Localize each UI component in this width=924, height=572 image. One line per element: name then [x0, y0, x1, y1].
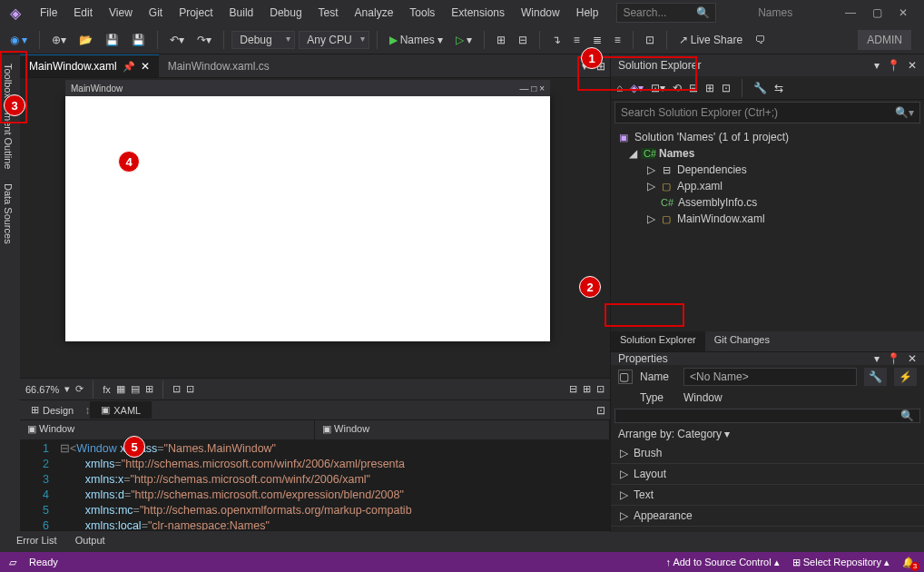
- nav-member-combo[interactable]: ▣ Window: [315, 420, 610, 439]
- tree-dependencies[interactable]: Dependencies: [677, 163, 747, 176]
- undo-button[interactable]: ↶▾: [165, 31, 189, 49]
- menu-project[interactable]: Project: [172, 3, 220, 23]
- left-side-tabs: Toolbox ment Outline Data Sources: [0, 54, 20, 550]
- open-button[interactable]: 📂: [74, 31, 97, 49]
- showall-icon[interactable]: ⊞: [705, 82, 714, 94]
- save-all-button[interactable]: 💾: [127, 31, 150, 49]
- back-icon[interactable]: ⊡: [722, 82, 731, 94]
- solution-tree[interactable]: ▣Solution 'Names' (1 of 1 project) ◢C#Na…: [611, 125, 924, 331]
- select-repository[interactable]: ⊞ Select Repository ▴: [792, 557, 890, 568]
- menu-file[interactable]: File: [33, 3, 64, 23]
- live-share-button[interactable]: ↗ Live Share: [674, 31, 747, 49]
- design-tab[interactable]: ⊞ Design: [20, 401, 84, 419]
- pane-pin-icon[interactable]: 📍: [887, 59, 900, 72]
- zoom-level[interactable]: 66.67%: [25, 384, 59, 395]
- tb-icon-5[interactable]: ≣: [588, 31, 606, 49]
- popout-icon[interactable]: ⊡: [592, 401, 610, 419]
- search-icon: 🔍▾: [895, 106, 914, 119]
- arrange-by[interactable]: Arrange by: Category ▾: [611, 425, 924, 443]
- menu-analyze[interactable]: Analyze: [348, 3, 401, 23]
- tab-git-changes[interactable]: Git Changes: [705, 331, 779, 351]
- tree-assemblyinfo[interactable]: AssemblyInfo.cs: [678, 196, 757, 209]
- window-title: Names: [718, 6, 832, 19]
- design-surface[interactable]: MainWindow — □ ×: [65, 96, 550, 341]
- callout-3: 3: [4, 94, 25, 116]
- tb-icon-6[interactable]: ≡: [610, 31, 625, 49]
- add-source-control[interactable]: ↑ Add to Source Control ▴: [665, 557, 779, 568]
- tree-app-xaml[interactable]: App.xaml: [677, 180, 722, 192]
- xaml-code-editor[interactable]: 123456 ⊟<Window x:Class="Names.MainWindo…: [20, 439, 610, 530]
- close-button[interactable]: ✕: [899, 6, 908, 19]
- tb-icon-3[interactable]: ↴: [547, 31, 565, 49]
- start-nodebug-button[interactable]: ▷▾: [451, 31, 477, 49]
- minimize-button[interactable]: —: [845, 6, 856, 19]
- grid-icon[interactable]: ▦: [116, 383, 125, 395]
- tb-icon-7[interactable]: ⊡: [641, 31, 659, 49]
- design-window-titlebar: MainWindow — □ ×: [65, 80, 550, 96]
- cat-text[interactable]: ▷Text: [611, 485, 924, 506]
- wrench-icon[interactable]: 🔧: [864, 368, 887, 386]
- menu-view[interactable]: View: [102, 3, 140, 23]
- designer-canvas-area[interactable]: MainWindow — □ ×: [20, 78, 610, 378]
- project-node[interactable]: Names: [659, 147, 694, 160]
- maximize-button[interactable]: ▢: [872, 6, 882, 19]
- snap-icon[interactable]: ▤: [131, 383, 140, 395]
- menu-build[interactable]: Build: [222, 3, 261, 23]
- menu-extensions[interactable]: Extensions: [444, 3, 512, 23]
- error-list-tab[interactable]: Error List: [7, 532, 66, 552]
- pane-dropdown-icon[interactable]: ▾: [874, 59, 880, 72]
- fx-icon[interactable]: fx: [103, 384, 111, 395]
- wrench-icon[interactable]: 🔧: [753, 82, 767, 94]
- tb-icon-4[interactable]: ≡: [569, 31, 585, 49]
- snap2-icon[interactable]: ⊞: [145, 383, 153, 395]
- xaml-tab[interactable]: ▣ XAML: [90, 401, 152, 419]
- prop-icon[interactable]: ⇆: [774, 82, 783, 94]
- cat-appearance[interactable]: ▷Appearance: [611, 506, 924, 527]
- solution-root[interactable]: Solution 'Names' (1 of 1 project): [634, 131, 789, 143]
- doc-tab-mainwindow-xaml[interactable]: MainWindow.xaml 📌 ✕: [20, 54, 159, 77]
- menu-tools[interactable]: Tools: [402, 3, 442, 23]
- admin-badge[interactable]: ADMIN: [858, 30, 911, 50]
- solution-search-input[interactable]: Search Solution Explorer (Ctrl+;)🔍▾: [614, 102, 920, 123]
- tree-mainwindow-xaml[interactable]: MainWindow.xaml: [677, 212, 765, 225]
- callout-5: 5: [123, 436, 145, 458]
- notifications-icon[interactable]: 🔔3: [902, 557, 915, 568]
- redo-button[interactable]: ↷▾: [192, 31, 216, 49]
- cat-brush[interactable]: ▷Brush: [611, 443, 924, 464]
- properties-search[interactable]: 🔍: [614, 409, 920, 423]
- tab-solution-explorer[interactable]: Solution Explorer: [611, 331, 705, 351]
- guides2-icon[interactable]: ⊡: [186, 383, 194, 395]
- guides-icon[interactable]: ⊡: [172, 383, 181, 395]
- search-input[interactable]: Search... 🔍: [616, 3, 716, 23]
- menu-git[interactable]: Git: [142, 3, 170, 23]
- pane-close-icon[interactable]: ✕: [908, 59, 917, 72]
- doc-tab-mainwindow-cs[interactable]: MainWindow.xaml.cs: [159, 55, 279, 77]
- prop-name-input[interactable]: <No Name>: [683, 368, 857, 386]
- split-swap-icon[interactable]: ⊡: [596, 383, 605, 395]
- save-button[interactable]: 💾: [101, 31, 123, 49]
- pin-icon[interactable]: 📌: [123, 61, 135, 73]
- nav-back-button[interactable]: ◉ ▾: [5, 31, 32, 49]
- new-item-button[interactable]: ⊕▾: [47, 31, 71, 49]
- start-debug-button[interactable]: ▶Names ▾: [385, 31, 447, 49]
- menu-window[interactable]: Window: [514, 3, 567, 23]
- menu-test[interactable]: Test: [311, 3, 346, 23]
- config-combo[interactable]: Debug: [231, 31, 295, 49]
- menu-debug[interactable]: Debug: [262, 3, 309, 23]
- cat-layout[interactable]: ▷Layout: [611, 464, 924, 485]
- close-tab-icon[interactable]: ✕: [141, 60, 150, 73]
- data-sources-tab[interactable]: Data Sources: [0, 176, 20, 251]
- tb-icon-1[interactable]: ⊞: [492, 31, 510, 49]
- tb-icon-2[interactable]: ⊟: [514, 31, 532, 49]
- platform-combo[interactable]: Any CPU: [299, 31, 369, 49]
- events-icon[interactable]: ⚡: [894, 368, 917, 386]
- menu-edit[interactable]: Edit: [66, 3, 100, 23]
- nav-type-combo[interactable]: ▣ Window: [20, 420, 315, 439]
- line-gutter: 123456: [20, 439, 56, 530]
- menu-help[interactable]: Help: [569, 3, 606, 23]
- zoom-fit-icon[interactable]: ⟳: [75, 383, 84, 395]
- output-tab[interactable]: Output: [66, 532, 114, 552]
- split-h-icon[interactable]: ⊟: [569, 383, 577, 395]
- feedback-button[interactable]: 🗨: [751, 31, 771, 49]
- split-v-icon[interactable]: ⊞: [583, 383, 591, 395]
